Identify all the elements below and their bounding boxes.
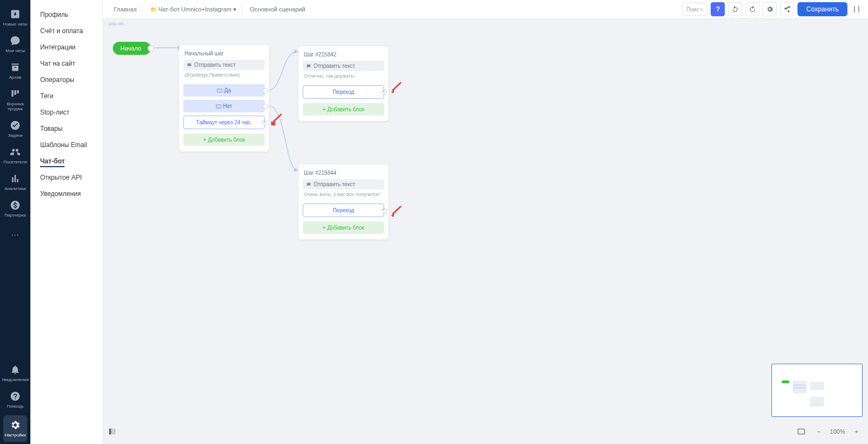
annotation-arrow xyxy=(390,82,401,94)
rail-label: Задачи xyxy=(8,133,23,138)
nav-help[interactable]: Помощь xyxy=(0,386,30,413)
settings-item-billing[interactable]: Счёт и оплата xyxy=(30,23,103,39)
search-input[interactable]: Поис xyxy=(682,3,707,16)
rail-label: Воронка продаж xyxy=(1,102,29,111)
zoom-out-button[interactable]: − xyxy=(813,426,825,437)
breadcrumb-folder[interactable]: Чат-бот Umnico+Instagram ▾ xyxy=(145,4,242,15)
annotation-arrow xyxy=(390,206,401,218)
nav-more[interactable]: ... xyxy=(0,222,30,244)
archive-icon xyxy=(10,62,21,73)
option-yes[interactable]: Да xyxy=(183,84,265,97)
settings-item-goods[interactable]: Товары xyxy=(30,120,103,137)
add-block-button[interactable]: + Добавить блок xyxy=(303,221,384,234)
message-icon xyxy=(187,62,192,68)
node-initial-step[interactable]: Начальный шаг Отправить текст @{settings… xyxy=(179,45,269,151)
action-send-text[interactable]: Отправить текст xyxy=(303,179,384,189)
flow-canvas[interactable]: gojs.net Начало Начальный шаг Отправить … xyxy=(103,19,868,444)
node-title: Начальный шаг xyxy=(183,49,265,60)
start-node[interactable]: Начало xyxy=(113,42,151,55)
node-title: Шаг #215844 xyxy=(303,169,384,179)
message-icon xyxy=(306,182,311,187)
sliders-icon xyxy=(852,5,861,14)
rail-label: Помощь xyxy=(7,404,24,409)
fit-screen-button[interactable] xyxy=(795,426,807,437)
nav-tasks[interactable]: Задачи xyxy=(0,116,30,142)
settings-item-notifications[interactable]: Уведомления xyxy=(30,186,103,202)
timeout-option[interactable]: Таймаут через 24 час. xyxy=(183,116,265,129)
node-step-215842[interactable]: Шаг #215842 Отправить текст Отлично, так… xyxy=(298,46,388,121)
undo-icon xyxy=(731,5,739,13)
undo-button[interactable] xyxy=(728,2,742,16)
svg-point-1 xyxy=(858,9,860,10)
add-block-button[interactable]: + Добавить блок xyxy=(303,103,384,116)
message-preview: @{settings.Приветствие} xyxy=(183,72,265,81)
message-preview: Отлично, так держать! xyxy=(303,73,384,82)
rail-label: Аналитика xyxy=(4,186,26,191)
nav-notifications[interactable]: Уведомления xyxy=(0,360,30,386)
chart-bar-icon xyxy=(10,173,21,184)
button-icon xyxy=(216,104,221,109)
map-view-button[interactable] xyxy=(106,426,118,437)
zoom-level: 100% xyxy=(830,428,845,435)
map-icon xyxy=(108,427,117,436)
more-label: ... xyxy=(11,229,20,237)
search-placeholder: Поис xyxy=(686,7,699,12)
bell-icon xyxy=(10,364,21,375)
rail-label: Уведомления xyxy=(2,377,29,382)
share-button[interactable] xyxy=(780,2,794,16)
transition-button[interactable]: Переход xyxy=(303,85,384,99)
svg-marker-7 xyxy=(272,121,275,125)
save-button[interactable]: Сохранить xyxy=(797,2,847,16)
rail-label: Архив xyxy=(9,75,21,80)
kanban-icon xyxy=(10,88,21,99)
settings-menu: Профиль Счёт и оплата Интеграции Чат на … xyxy=(30,0,103,444)
action-send-text[interactable]: Отправить текст xyxy=(183,60,265,70)
svg-rect-12 xyxy=(113,429,116,435)
action-send-text[interactable]: Отправить текст xyxy=(303,61,384,71)
nav-archive[interactable]: Архив xyxy=(0,58,30,84)
settings-item-api[interactable]: Открытое API xyxy=(30,169,103,186)
settings-item-operators[interactable]: Операторы xyxy=(30,72,103,88)
rail-label: Посетители xyxy=(3,160,27,164)
settings-item-chatbot[interactable]: Чат-бот xyxy=(30,153,103,169)
node-step-215844[interactable]: Шаг #215844 Отправить текст Очень жаль, … xyxy=(298,164,388,239)
redo-button[interactable] xyxy=(745,2,760,16)
transition-button[interactable]: Переход xyxy=(303,204,384,217)
breadcrumb-scenario[interactable]: Основной сценарий xyxy=(245,4,311,15)
nav-rail: Новые чаты Мои чаты Архив Воронка продаж… xyxy=(0,0,30,444)
annotation-arrow xyxy=(270,113,282,125)
settings-item-integrations[interactable]: Интеграции xyxy=(30,39,103,55)
add-block-button[interactable]: + Добавить блок xyxy=(183,134,265,146)
nav-new-chats[interactable]: Новые чаты xyxy=(0,4,30,31)
svg-marker-8 xyxy=(391,90,394,93)
node-title: Шаг #215842 xyxy=(303,50,384,61)
svg-marker-4 xyxy=(294,168,298,172)
nav-analytics[interactable]: Аналитика xyxy=(0,169,30,195)
rail-label: Партнерка xyxy=(4,213,26,218)
svg-marker-3 xyxy=(294,49,298,54)
svg-rect-5 xyxy=(218,89,222,92)
settings-button[interactable] xyxy=(763,2,777,16)
nav-affiliate[interactable]: Партнерка xyxy=(0,195,30,222)
zoom-in-button[interactable]: + xyxy=(851,426,863,437)
settings-item-tags[interactable]: Теги xyxy=(30,88,103,104)
nav-funnel[interactable]: Воронка продаж xyxy=(0,84,30,116)
rail-label: Мои чаты xyxy=(5,48,25,53)
breadcrumb-home[interactable]: Главная xyxy=(108,4,143,15)
nav-my-chats[interactable]: Мои чаты xyxy=(0,31,30,58)
breadcrumb: Главная Чат-бот Umnico+Instagram ▾ Основ… xyxy=(108,4,311,15)
settings-item-email-templates[interactable]: Шаблоны Email xyxy=(30,137,103,153)
nav-settings[interactable]: Настройки xyxy=(3,415,27,442)
svg-rect-6 xyxy=(216,105,221,108)
settings-item-webchat[interactable]: Чат на сайт xyxy=(30,55,103,72)
minimap[interactable] xyxy=(771,364,863,417)
option-no[interactable]: Нет xyxy=(183,100,265,112)
settings-more-button[interactable] xyxy=(851,3,863,15)
watermark: gojs.net xyxy=(108,21,124,26)
svg-rect-10 xyxy=(109,429,111,435)
nav-visitors[interactable]: Посетители xyxy=(0,142,30,169)
chat-icon xyxy=(10,35,21,46)
settings-item-stoplist[interactable]: Stop-лист xyxy=(30,104,103,120)
help-button[interactable]: ? xyxy=(711,2,725,16)
settings-item-profile[interactable]: Профиль xyxy=(30,7,103,23)
